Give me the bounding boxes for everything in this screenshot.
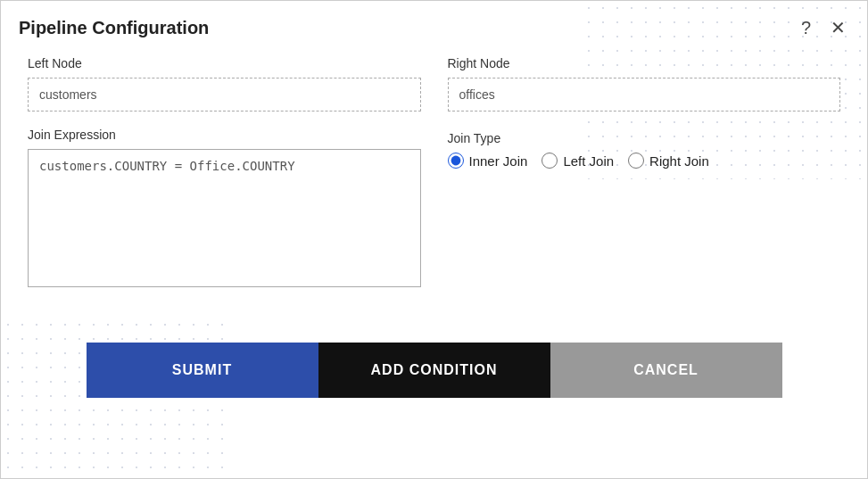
left-node-col: Left Node xyxy=(28,56,421,111)
radio-inner-join[interactable]: Inner Join xyxy=(448,153,528,169)
left-node-input[interactable] xyxy=(28,78,421,111)
header-icons: ? ✕ xyxy=(798,17,849,38)
join-type-col: Join Type Inner Join Left Join Right Joi… xyxy=(448,131,841,291)
join-type-label: Join Type xyxy=(448,131,841,145)
close-button[interactable]: ✕ xyxy=(827,17,849,38)
expression-row: Join Expression customers.COUNTRY = Offi… xyxy=(28,128,840,291)
join-expression-input[interactable]: customers.COUNTRY = Office.COUNTRY xyxy=(28,149,421,287)
join-expression-label: Join Expression xyxy=(28,128,421,142)
right-node-col: Right Node xyxy=(448,56,841,111)
dialog-footer: SUBMIT ADD CONDITION CANCEL xyxy=(1,325,867,425)
cancel-button[interactable]: CANCEL xyxy=(550,343,782,398)
radio-inner-join-input[interactable] xyxy=(448,153,464,169)
submit-button[interactable]: SUBMIT xyxy=(87,343,318,398)
radio-right-join-label: Right Join xyxy=(649,153,709,169)
radio-left-join-input[interactable] xyxy=(541,153,558,169)
right-node-input[interactable] xyxy=(448,78,841,111)
radio-left-join[interactable]: Left Join xyxy=(541,153,614,169)
add-condition-button[interactable]: ADD CONDITION xyxy=(318,343,550,398)
dialog-body: Left Node Right Node Join Expression cus… xyxy=(1,47,867,325)
dialog-title: Pipeline Configuration xyxy=(19,18,209,38)
dialog-header: Pipeline Configuration ? ✕ xyxy=(1,1,867,47)
join-expression-col: Join Expression customers.COUNTRY = Offi… xyxy=(28,128,421,291)
help-button[interactable]: ? xyxy=(798,17,814,38)
radio-left-join-label: Left Join xyxy=(563,153,614,169)
node-row: Left Node Right Node xyxy=(28,56,840,111)
pipeline-config-dialog: Pipeline Configuration ? ✕ Left Node Rig… xyxy=(0,0,868,479)
join-type-options: Inner Join Left Join Right Join xyxy=(448,153,841,169)
radio-inner-join-label: Inner Join xyxy=(469,153,528,169)
right-node-label: Right Node xyxy=(448,56,841,70)
radio-right-join[interactable]: Right Join xyxy=(628,153,709,169)
radio-right-join-input[interactable] xyxy=(628,153,644,169)
left-node-label: Left Node xyxy=(28,56,421,70)
